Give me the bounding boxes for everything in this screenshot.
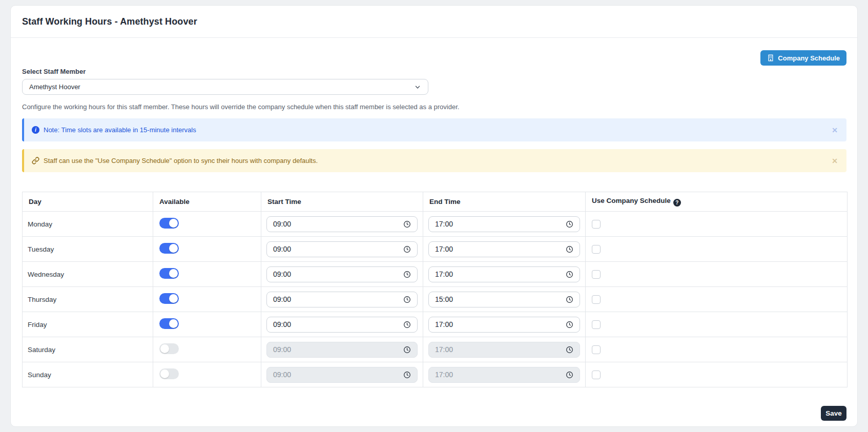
table-row: Friday 09:00 17:00 xyxy=(23,312,848,337)
availability-toggle[interactable] xyxy=(159,368,179,379)
card-header: Staff Working Hours - Amethyst Hoover xyxy=(11,6,857,38)
use-company-schedule-checkbox[interactable] xyxy=(592,320,601,329)
info-alert: i Note: Time slots are available in 15-m… xyxy=(22,118,846,141)
clock-icon[interactable] xyxy=(403,321,411,328)
question-circle-icon[interactable]: ? xyxy=(673,199,681,207)
col-header-available: Available xyxy=(153,192,261,212)
clock-icon[interactable] xyxy=(403,245,411,253)
clock-icon[interactable] xyxy=(403,220,411,228)
staff-member-select[interactable]: Amethyst Hoover xyxy=(22,79,428,95)
toggle-knob xyxy=(169,319,178,328)
availability-toggle[interactable] xyxy=(159,268,179,279)
table-row: Thursday 09:00 15:00 xyxy=(23,287,848,312)
use-company-schedule-cell xyxy=(586,237,848,262)
end-time-cell: 17:00 xyxy=(423,337,586,362)
end-time-value: 17:00 xyxy=(435,245,453,253)
use-company-schedule-checkbox[interactable] xyxy=(592,345,601,354)
start-time-value: 09:00 xyxy=(273,220,291,228)
availability-toggle[interactable] xyxy=(159,318,179,329)
available-cell xyxy=(153,287,261,312)
availability-toggle[interactable] xyxy=(159,218,179,229)
start-time-cell: 09:00 xyxy=(261,362,423,387)
day-label: Thursday xyxy=(23,287,153,312)
table-row: Tuesday 09:00 17:00 xyxy=(23,237,848,262)
use-company-schedule-checkbox[interactable] xyxy=(592,295,601,304)
end-time-input[interactable]: 17:00 xyxy=(428,266,580,282)
table-body: Monday 09:00 17:00 xyxy=(23,212,848,387)
start-time-input[interactable]: 09:00 xyxy=(266,292,418,307)
end-time-input[interactable]: 17:00 xyxy=(428,317,580,333)
use-company-schedule-checkbox[interactable] xyxy=(592,270,601,279)
end-time-value: 17:00 xyxy=(435,345,453,354)
use-company-schedule-checkbox[interactable] xyxy=(592,371,601,379)
end-time-input[interactable]: 17:00 xyxy=(428,367,580,383)
clock-icon[interactable] xyxy=(403,296,411,303)
staff-member-select-value: Amethyst Hoover xyxy=(29,83,80,91)
end-time-cell: 15:00 xyxy=(423,287,586,312)
table-row: Monday 09:00 17:00 xyxy=(23,212,848,237)
use-company-schedule-cell xyxy=(586,312,848,337)
info-alert-close-icon[interactable]: ✕ xyxy=(831,126,839,135)
start-time-input[interactable]: 09:00 xyxy=(266,342,418,358)
clock-icon[interactable] xyxy=(566,271,573,278)
start-time-cell: 09:00 xyxy=(261,262,423,287)
toggle-knob xyxy=(169,244,178,253)
availability-toggle[interactable] xyxy=(159,243,179,254)
save-button[interactable]: Save xyxy=(821,406,846,421)
table-header: Day Available Start Time End Time Use Co… xyxy=(23,192,848,212)
end-time-input[interactable]: 15:00 xyxy=(428,292,580,307)
col-header-start-time: Start Time xyxy=(261,192,423,212)
toggle-knob xyxy=(169,269,178,278)
start-time-cell: 09:00 xyxy=(261,287,423,312)
warning-alert-text: Staff can use the "Use Company Schedule"… xyxy=(44,157,318,164)
start-time-value: 09:00 xyxy=(273,345,291,354)
chevron-down-icon xyxy=(414,84,421,91)
info-circle-icon: i xyxy=(32,126,39,134)
end-time-cell: 17:00 xyxy=(423,237,586,262)
use-company-schedule-cell xyxy=(586,262,848,287)
start-time-value: 09:00 xyxy=(273,245,291,253)
clock-icon[interactable] xyxy=(403,371,411,379)
start-time-input[interactable]: 09:00 xyxy=(266,367,418,383)
start-time-value: 09:00 xyxy=(273,270,291,278)
warning-alert-close-icon[interactable]: ✕ xyxy=(831,156,839,166)
col-header-day: Day xyxy=(23,192,153,212)
clock-icon[interactable] xyxy=(403,271,411,278)
start-time-input[interactable]: 09:00 xyxy=(266,216,418,232)
availability-toggle[interactable] xyxy=(159,343,179,354)
start-time-input[interactable]: 09:00 xyxy=(266,241,418,257)
end-time-input[interactable]: 17:00 xyxy=(428,241,580,257)
start-time-cell: 09:00 xyxy=(261,337,423,362)
available-cell xyxy=(153,337,261,362)
available-cell xyxy=(153,262,261,287)
end-time-value: 15:00 xyxy=(435,295,453,303)
end-time-value: 17:00 xyxy=(435,320,453,328)
info-alert-text: Note: Time slots are available in 15-min… xyxy=(44,126,196,134)
clock-icon[interactable] xyxy=(566,321,573,328)
end-time-cell: 17:00 xyxy=(423,262,586,287)
available-cell xyxy=(153,237,261,262)
clock-icon[interactable] xyxy=(403,346,411,354)
start-time-input[interactable]: 09:00 xyxy=(266,266,418,282)
clock-icon[interactable] xyxy=(566,220,573,228)
start-time-input[interactable]: 09:00 xyxy=(266,317,418,333)
footer-actions: Save xyxy=(22,406,846,421)
end-time-input[interactable]: 17:00 xyxy=(428,216,580,232)
staff-working-hours-card: Staff Working Hours - Amethyst Hoover Co… xyxy=(10,5,858,427)
clock-icon[interactable] xyxy=(566,245,573,253)
end-time-value: 17:00 xyxy=(435,371,453,379)
company-schedule-button[interactable]: Company Schedule xyxy=(760,50,846,66)
day-label: Monday xyxy=(23,212,153,237)
day-label: Sunday xyxy=(23,362,153,387)
clock-icon[interactable] xyxy=(566,346,573,354)
end-time-input[interactable]: 17:00 xyxy=(428,342,580,358)
use-company-schedule-cell xyxy=(586,212,848,237)
use-company-schedule-checkbox[interactable] xyxy=(592,245,601,254)
clock-icon[interactable] xyxy=(566,371,573,379)
use-company-schedule-checkbox[interactable] xyxy=(592,220,601,229)
use-company-schedule-cell xyxy=(586,337,848,362)
clock-icon[interactable] xyxy=(566,296,573,303)
toggle-knob xyxy=(160,344,169,353)
availability-toggle[interactable] xyxy=(159,293,179,304)
table-row: Sunday 09:00 17:00 xyxy=(23,362,848,387)
